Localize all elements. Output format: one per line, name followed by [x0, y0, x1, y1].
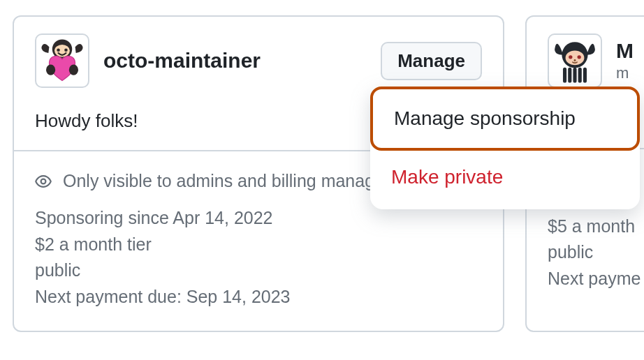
svg-point-3: [64, 48, 68, 52]
username: M: [616, 39, 644, 63]
username: octo-maintainer: [103, 49, 367, 73]
svg-point-4: [46, 64, 55, 75]
svg-point-8: [569, 55, 572, 59]
menu-manage-sponsorship[interactable]: Manage sponsorship: [370, 87, 640, 151]
sponsor-meta: Sponsoring since Apr 14, 2022 $2 a month…: [35, 205, 482, 310]
mona-heart-icon: [38, 36, 87, 85]
meta-next-payment: Next payment due: Sep 14, 2023: [35, 284, 482, 310]
meta-privacy: public: [35, 257, 482, 284]
user-subline: m: [616, 64, 644, 82]
meta-tier: $5 a month: [548, 213, 644, 240]
meta-next-payment: Next payme: [548, 266, 644, 292]
svg-point-9: [578, 55, 581, 59]
svg-point-10: [574, 59, 576, 61]
manage-button[interactable]: Manage: [381, 42, 482, 80]
avatar: [35, 33, 89, 88]
svg-point-2: [57, 48, 60, 52]
meta-privacy: public: [548, 239, 644, 266]
octocat-icon: [552, 38, 598, 84]
meta-tier: $2 a month tier: [35, 232, 482, 258]
visibility-text: Only visible to admins and billing manag…: [63, 171, 399, 191]
manage-dropdown: Manage sponsorship Make private: [370, 87, 640, 209]
avatar: [548, 33, 602, 88]
eye-icon: [35, 173, 52, 190]
svg-point-5: [69, 64, 78, 75]
menu-make-private[interactable]: Make private: [370, 151, 640, 208]
